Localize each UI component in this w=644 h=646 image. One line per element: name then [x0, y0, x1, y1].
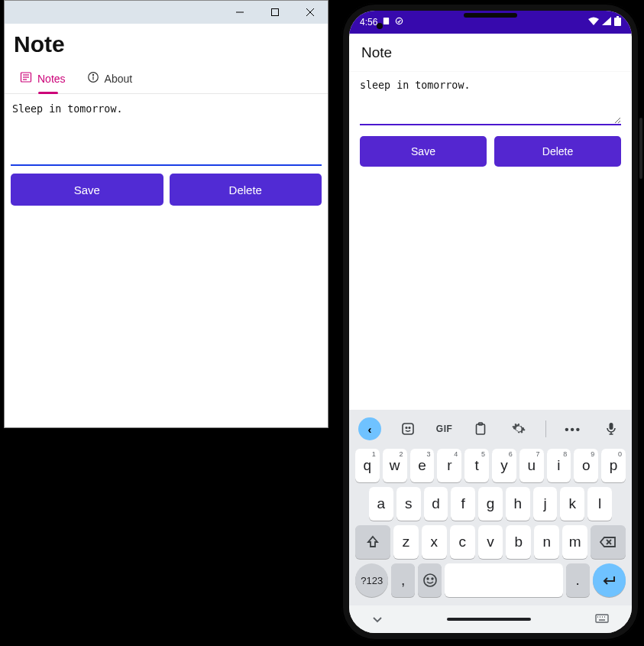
key-x[interactable]: x: [422, 525, 447, 559]
svg-rect-14: [616, 16, 619, 18]
key-k[interactable]: k: [560, 487, 584, 521]
svg-rect-11: [383, 18, 389, 24]
window-titlebar: [5, 1, 328, 24]
backspace-key[interactable]: [591, 525, 626, 559]
key-f[interactable]: f: [451, 487, 475, 521]
svg-point-24: [427, 578, 429, 579]
svg-rect-1: [272, 9, 279, 16]
minimize-button[interactable]: [222, 1, 257, 24]
key-u[interactable]: u7: [519, 449, 544, 482]
svg-point-17: [409, 427, 410, 429]
key-b[interactable]: b: [506, 525, 531, 559]
key-c[interactable]: c: [450, 525, 475, 559]
svg-rect-18: [477, 424, 485, 434]
svg-rect-15: [403, 424, 413, 434]
status-time: 4:56: [360, 17, 377, 28]
svg-point-16: [406, 427, 407, 429]
wifi-icon: [588, 17, 599, 28]
maximize-button[interactable]: [257, 1, 293, 24]
save-button[interactable]: Save: [360, 136, 487, 167]
key-g[interactable]: g: [478, 487, 503, 521]
key-m[interactable]: m: [562, 525, 587, 559]
svg-point-25: [432, 578, 433, 579]
svg-point-9: [92, 74, 93, 75]
app-header: Note: [349, 34, 632, 72]
save-button[interactable]: Save: [11, 174, 163, 206]
key-h[interactable]: h: [506, 487, 530, 521]
symbols-key[interactable]: ?123: [355, 563, 388, 597]
sticker-icon[interactable]: [396, 417, 419, 440]
keyboard-switch-icon[interactable]: [595, 613, 609, 625]
button-row: Save Delete: [5, 169, 328, 210]
gear-icon[interactable]: [507, 417, 530, 440]
windows-app-window: Note Notes About Save Delete: [4, 0, 328, 428]
tab-bar: Notes About: [5, 62, 328, 94]
key-y[interactable]: y6: [492, 449, 516, 482]
chevron-left-icon[interactable]: ‹: [358, 417, 381, 440]
keyboard-toolbar: ‹ GIF •••: [352, 414, 629, 446]
battery-icon: [614, 16, 621, 28]
key-v[interactable]: v: [478, 525, 503, 559]
home-indicator[interactable]: [447, 618, 531, 621]
note-editor[interactable]: [11, 100, 322, 166]
period-key[interactable]: .: [566, 563, 590, 597]
space-key[interactable]: [445, 563, 563, 597]
key-i[interactable]: i8: [547, 449, 571, 482]
tab-notes[interactable]: Notes: [20, 71, 66, 93]
keyboard-collapse-icon[interactable]: [372, 613, 383, 625]
keyboard-row-3: zxcvbnm: [352, 523, 629, 561]
delete-button[interactable]: Delete: [170, 174, 322, 206]
svg-point-23: [424, 574, 436, 586]
app-header: Note: [5, 24, 328, 62]
notif-icon-2: [395, 17, 403, 28]
key-a[interactable]: a: [369, 487, 393, 521]
info-icon: [87, 71, 99, 86]
key-n[interactable]: n: [534, 525, 559, 559]
system-nav-bar: [349, 605, 632, 633]
key-z[interactable]: z: [393, 525, 419, 559]
key-q[interactable]: q1: [355, 449, 380, 482]
emoji-key[interactable]: [418, 563, 442, 597]
clipboard-icon[interactable]: [469, 417, 492, 440]
key-e[interactable]: e3: [410, 449, 435, 482]
key-r[interactable]: r4: [437, 449, 461, 482]
key-j[interactable]: j: [533, 487, 558, 521]
keyboard-row-2: asdfghjkl: [352, 485, 629, 523]
svg-rect-13: [614, 18, 621, 26]
phone-frame: 4:56 Note: [341, 3, 639, 641]
page-title: Note: [361, 44, 392, 61]
more-icon[interactable]: •••: [561, 417, 584, 440]
key-w[interactable]: w2: [383, 449, 407, 482]
keyboard-row-4: ?123 , .: [352, 561, 629, 599]
key-d[interactable]: d: [424, 487, 448, 521]
close-button[interactable]: [293, 1, 328, 24]
gif-button[interactable]: GIF: [435, 417, 455, 440]
svg-point-12: [396, 18, 403, 24]
key-l[interactable]: l: [587, 487, 612, 521]
delete-button[interactable]: Delete: [494, 136, 621, 167]
soft-keyboard: ‹ GIF ••• q1w2e3r4t5y6u7i8o9p0 asdfghjk: [349, 410, 632, 605]
key-s[interactable]: s: [396, 487, 421, 521]
shift-key[interactable]: [355, 525, 390, 559]
key-p[interactable]: p0: [601, 449, 626, 482]
key-t[interactable]: t5: [464, 449, 489, 482]
comma-key[interactable]: ,: [391, 563, 415, 597]
keyboard-row-1: q1w2e3r4t5y6u7i8o9p0: [352, 446, 629, 485]
svg-rect-20: [609, 423, 613, 430]
signal-icon: [602, 17, 611, 28]
mic-icon[interactable]: [600, 417, 623, 440]
key-o[interactable]: o9: [574, 449, 598, 482]
tab-label: Notes: [37, 73, 66, 85]
notif-icon: [382, 17, 390, 28]
note-editor[interactable]: [360, 80, 621, 125]
notes-icon: [20, 71, 32, 86]
enter-key[interactable]: [593, 563, 626, 597]
svg-rect-26: [596, 615, 608, 622]
tab-about[interactable]: About: [87, 71, 133, 93]
button-row: Save Delete: [349, 131, 632, 171]
phone-screen: 4:56 Note: [349, 11, 632, 633]
tab-label: About: [105, 73, 133, 85]
page-title: Note: [14, 31, 319, 57]
